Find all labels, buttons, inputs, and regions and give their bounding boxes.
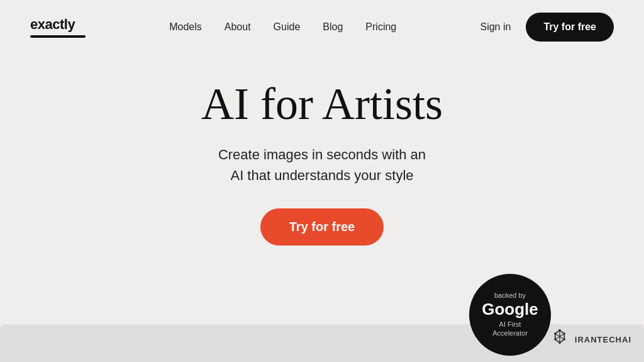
nav-item-pricing[interactable]: Pricing (365, 21, 396, 33)
try-for-free-hero-button[interactable]: Try for free (260, 208, 384, 246)
nav-item-models[interactable]: Models (169, 21, 202, 33)
sign-in-link[interactable]: Sign in (480, 21, 511, 33)
badge-google-text: Google (482, 300, 538, 319)
nav-links: Models About Guide Blog Pricing (169, 21, 396, 33)
svg-point-2 (563, 338, 565, 341)
irantechai-icon (548, 328, 571, 351)
try-for-free-nav-button[interactable]: Try for free (526, 13, 614, 42)
nav-link-blog[interactable]: Blog (323, 21, 343, 32)
badge-sub-text: AI FirstAccelerator (492, 320, 528, 338)
nav-item-blog[interactable]: Blog (323, 21, 343, 33)
svg-point-1 (563, 332, 565, 335)
nav-link-models[interactable]: Models (169, 21, 202, 32)
irantechai-logo: IRANTECHAI (548, 328, 631, 351)
nav-link-pricing[interactable]: Pricing (365, 21, 396, 32)
nav-item-about[interactable]: About (225, 21, 251, 33)
nav-link-about[interactable]: About (225, 21, 251, 32)
svg-point-0 (558, 329, 561, 332)
hero-subtitle: Create images in seconds with an AI that… (218, 144, 426, 186)
navbar: exactly Models About Guide Blog Pricing … (0, 0, 644, 54)
logo[interactable]: exactly (30, 16, 86, 38)
hero-subtitle-line1: Create images in seconds with an (218, 147, 426, 162)
svg-point-3 (558, 342, 561, 344)
badge-backed-text: backed by (494, 291, 526, 299)
irantechai-label: IRANTECHAI (575, 335, 631, 344)
nav-right: Sign in Try for free (480, 13, 614, 42)
hero-subtitle-line2: AI that understands your style (230, 167, 413, 183)
nav-item-guide[interactable]: Guide (274, 21, 301, 33)
hero-section: AI for Artists Create images in seconds … (0, 54, 644, 258)
nav-link-guide[interactable]: Guide (274, 21, 301, 32)
logo-underline (30, 35, 86, 38)
hero-title: AI for Artists (201, 79, 443, 129)
logo-text: exactly (30, 16, 86, 33)
google-badge: backed by Google AI FirstAccelerator (469, 274, 551, 356)
svg-point-5 (554, 332, 557, 335)
svg-point-4 (554, 338, 557, 341)
